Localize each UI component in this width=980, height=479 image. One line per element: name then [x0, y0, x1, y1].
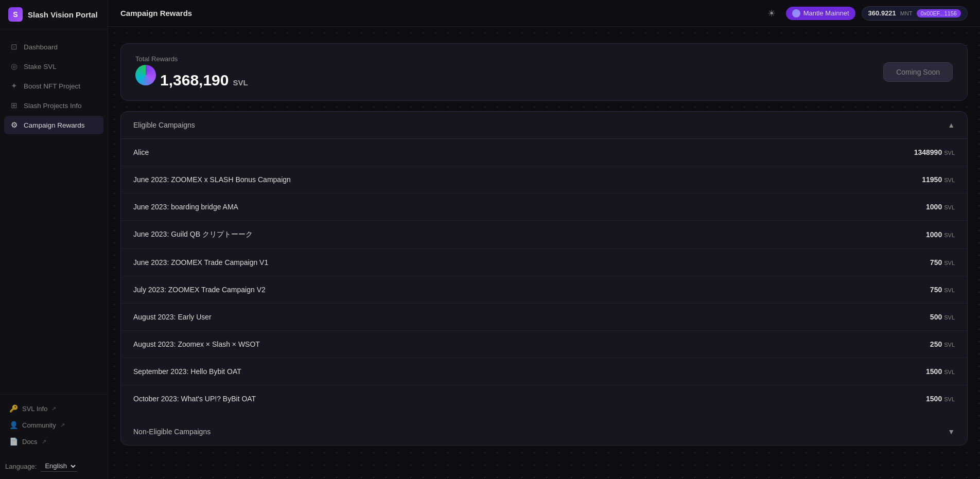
sidebar-item-slash-projects[interactable]: ⊞ Slash Projects Info: [4, 96, 103, 115]
campaign-unit: SVL: [944, 232, 955, 238]
campaign-amount: 750SVL: [930, 286, 955, 294]
campaign-amount: 1500SVL: [926, 367, 955, 376]
bottom-link-docs[interactable]: 📄 Docs ↗: [4, 434, 103, 449]
coming-soon-button[interactable]: Coming Soon: [883, 62, 953, 82]
campaign-row[interactable]: Alice 1348990SVL: [121, 139, 967, 166]
chevron-down-icon: ▼: [948, 428, 955, 436]
logo-text: Slash Vision Portal: [28, 10, 98, 19]
wallet-badge[interactable]: 360.9221 MNT 0x00EF...1156: [862, 6, 968, 21]
sidebar-bottom-links: 🔑 SVL Info ↗ 👤 Community ↗ 📄 Docs ↗: [0, 394, 108, 455]
non-eligible-campaigns-header[interactable]: Non-Eligible Campaigns ▼: [121, 418, 967, 445]
campaign-row[interactable]: June 2023: ZOOMEX Trade Campaign V1 750S…: [121, 249, 967, 276]
campaign-name: June 2023: ZOOMEX Trade Campaign V1: [133, 258, 268, 267]
bottom-link-label: Docs: [22, 438, 38, 446]
campaign-unit: SVL: [944, 287, 955, 293]
stake-svl-icon: ◎: [9, 62, 19, 71]
external-link-icon: ↗: [60, 422, 65, 429]
campaign-row[interactable]: June 2023: ZOOMEX x SLASH Bonus Campaign…: [121, 166, 967, 193]
campaign-name: June 2023: Guild QB クリプトーーク: [133, 230, 253, 239]
bottom-link-label: SVL Info: [22, 405, 47, 413]
campaign-amount: 1500SVL: [926, 395, 955, 403]
sidebar-item-label: Slash Projects Info: [24, 102, 82, 110]
campaign-rewards-icon: ⚙: [9, 120, 19, 130]
eligible-campaigns-header[interactable]: Eligible Campaigns ▲: [121, 112, 967, 139]
non-eligible-title: Non-Eligible Campaigns: [133, 428, 211, 436]
campaign-row[interactable]: August 2023: Early User 500SVL: [121, 304, 967, 331]
topbar-right: ☀ Mantle Mainnet 360.9221 MNT 0x00EF...1…: [763, 5, 968, 22]
campaign-row[interactable]: July 2023: ZOOMEX Trade Campaign V2 750S…: [121, 276, 967, 304]
campaign-name: August 2023: Early User: [133, 313, 212, 321]
rewards-amount: 1,368,190 SVL: [135, 65, 248, 89]
external-link-icon: ↗: [42, 438, 46, 445]
external-link-icon: ↗: [51, 405, 56, 412]
total-unit: SVL: [233, 78, 248, 87]
campaign-name: Alice: [133, 148, 149, 156]
dashboard-icon: ⊡: [9, 42, 19, 51]
campaign-unit: SVL: [944, 369, 955, 375]
campaign-row[interactable]: October 2023: What's UP!? ByBit OAT 1500…: [121, 385, 967, 412]
wallet-address: 0x00EF...1156: [917, 9, 961, 17]
campaign-unit: SVL: [944, 204, 955, 210]
language-section: Language: English 日本語: [0, 455, 108, 479]
campaigns-card: Eligible Campaigns ▲ Alice 1348990SVL Ju…: [120, 111, 968, 446]
sidebar-item-label: Dashboard: [24, 43, 58, 51]
sidebar-nav: ⊡ Dashboard ◎ Stake SVL ✦ Boost NFT Proj…: [0, 29, 108, 394]
logo-icon: S: [8, 7, 23, 22]
sidebar-item-label: Boost NFT Project: [24, 82, 80, 90]
svl-logo-icon: [135, 65, 156, 85]
sidebar: S Slash Vision Portal ⊡ Dashboard ◎ Stak…: [0, 0, 108, 479]
eligible-campaigns-list: Alice 1348990SVL June 2023: ZOOMEX x SLA…: [121, 139, 967, 412]
language-label: Language:: [5, 463, 37, 470]
campaign-name: September 2023: Hello Bybit OAT: [133, 367, 241, 376]
campaign-row[interactable]: September 2023: Hello Bybit OAT 1500SVL: [121, 358, 967, 385]
topbar: Campaign Rewards ☀ Mantle Mainnet 360.92…: [108, 0, 980, 27]
network-icon: [792, 9, 800, 17]
eligible-title: Eligible Campaigns: [133, 121, 195, 129]
campaign-unit: SVL: [944, 177, 955, 183]
campaign-row[interactable]: June 2023: Guild QB クリプトーーク 1000SVL: [121, 221, 967, 249]
campaign-unit: SVL: [944, 150, 955, 156]
rewards-label: Total Rewards: [135, 55, 248, 63]
wallet-unit: MNT: [900, 10, 913, 16]
network-badge[interactable]: Mantle Mainnet: [786, 7, 855, 20]
boost-nft-icon: ✦: [9, 81, 19, 91]
docs-icon: 📄: [9, 437, 18, 446]
sidebar-item-boost-nft[interactable]: ✦ Boost NFT Project: [4, 77, 103, 95]
rewards-left: Total Rewards 1,368,190 SVL: [135, 55, 248, 89]
network-name: Mantle Mainnet: [803, 9, 849, 17]
bottom-link-label: Community: [22, 421, 56, 429]
language-select[interactable]: English 日本語: [41, 460, 77, 472]
bottom-link-community[interactable]: 👤 Community ↗: [4, 417, 103, 433]
campaign-name: June 2023: ZOOMEX x SLASH Bonus Campaign: [133, 175, 291, 184]
campaign-amount: 500SVL: [930, 313, 955, 321]
campaign-unit: SVL: [944, 260, 955, 266]
campaign-row[interactable]: June 2023: boarding bridge AMA 1000SVL: [121, 193, 967, 221]
campaign-row[interactable]: August 2023: Zoomex × Slash × WSOT 250SV…: [121, 331, 967, 358]
campaign-amount: 250SVL: [930, 340, 955, 348]
sidebar-logo[interactable]: S Slash Vision Portal: [0, 0, 108, 29]
total-amount: 1,368,190: [160, 72, 229, 89]
theme-toggle-icon[interactable]: ☀: [763, 5, 780, 22]
sidebar-item-stake-svl[interactable]: ◎ Stake SVL: [4, 57, 103, 76]
sidebar-item-campaign-rewards[interactable]: ⚙ Campaign Rewards: [4, 116, 103, 134]
community-icon: 👤: [9, 421, 18, 429]
rewards-info: Total Rewards 1,368,190 SVL: [135, 55, 248, 89]
campaign-amount: 11950SVL: [922, 175, 955, 184]
campaign-name: June 2023: boarding bridge AMA: [133, 203, 238, 211]
sidebar-item-label: Stake SVL: [24, 63, 57, 70]
page-title: Campaign Rewards: [120, 9, 192, 17]
campaign-name: August 2023: Zoomex × Slash × WSOT: [133, 340, 260, 348]
wallet-amount: 360.9221: [868, 9, 896, 17]
slash-projects-icon: ⊞: [9, 101, 19, 110]
campaign-amount: 1348990SVL: [914, 148, 955, 156]
main-content: Campaign Rewards ☀ Mantle Mainnet 360.92…: [108, 0, 980, 479]
campaign-name: July 2023: ZOOMEX Trade Campaign V2: [133, 286, 266, 294]
campaign-amount: 1000SVL: [926, 230, 955, 239]
bottom-link-svl-info[interactable]: 🔑 SVL Info ↗: [4, 401, 103, 416]
sidebar-item-dashboard[interactable]: ⊡ Dashboard: [4, 38, 103, 56]
total-rewards-card: Total Rewards 1,368,190 SVL Coming Soon: [120, 43, 968, 101]
sidebar-item-label: Campaign Rewards: [24, 121, 85, 129]
campaign-unit: SVL: [944, 314, 955, 321]
svl-info-icon: 🔑: [9, 404, 18, 413]
campaign-unit: SVL: [944, 342, 955, 348]
